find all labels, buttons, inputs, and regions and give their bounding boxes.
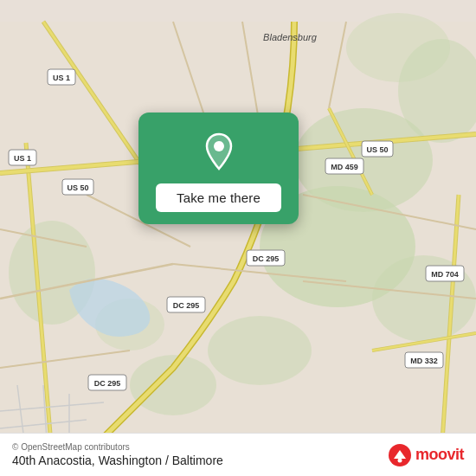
bottom-bar: © OpenStreetMap contributors 40th Anacos… [0, 433, 476, 476]
svg-point-60 [397, 458, 402, 462]
moovit-brand-text: moovit [415, 446, 464, 464]
map-attribution: © OpenStreetMap contributors [12, 442, 223, 452]
map-background: US 1 US 1 US 50 US 50 MD 459 DC 295 DC 2… [0, 0, 476, 476]
svg-point-7 [208, 316, 312, 385]
svg-text:US 50: US 50 [366, 145, 388, 154]
svg-text:Bladensburg: Bladensburg [263, 32, 318, 42]
svg-text:US 50: US 50 [67, 183, 88, 192]
svg-text:MD 332: MD 332 [410, 357, 438, 365]
map-container: US 1 US 1 US 50 US 50 MD 459 DC 295 DC 2… [0, 0, 476, 476]
svg-point-58 [214, 141, 224, 151]
svg-text:US 1: US 1 [53, 74, 70, 82]
bottom-info: © OpenStreetMap contributors 40th Anacos… [12, 442, 223, 467]
svg-text:DC 295: DC 295 [173, 301, 200, 310]
take-me-there-button[interactable]: Take me there [156, 183, 281, 212]
svg-text:MD 459: MD 459 [331, 163, 358, 171]
location-label: 40th Anacostia, Washington / Baltimore [12, 453, 223, 467]
moovit-logo: moovit [388, 443, 464, 467]
location-pin-icon [196, 128, 242, 175]
svg-text:MD 704: MD 704 [431, 270, 459, 279]
moovit-icon [388, 443, 412, 467]
svg-point-9 [346, 13, 450, 82]
svg-text:DC 295: DC 295 [94, 379, 121, 388]
svg-text:DC 295: DC 295 [253, 254, 280, 263]
svg-text:US 1: US 1 [14, 154, 31, 163]
location-popup: Take me there [138, 113, 299, 224]
